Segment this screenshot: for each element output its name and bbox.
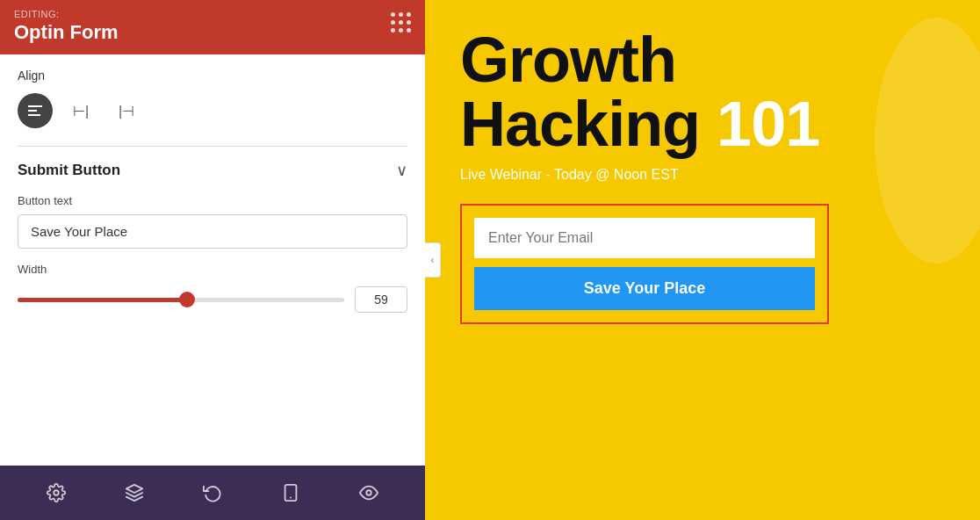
svg-marker-4 bbox=[126, 485, 142, 493]
panel-header-left: EDITING: Optin Form bbox=[14, 9, 119, 44]
svg-rect-1 bbox=[28, 110, 37, 112]
heading-line2: Hacking 101 bbox=[460, 91, 945, 158]
submit-button[interactable]: Save Your Place bbox=[474, 267, 815, 310]
button-text-input[interactable] bbox=[18, 214, 407, 249]
svg-rect-0 bbox=[28, 105, 42, 107]
heading-hacking: Hacking bbox=[460, 89, 717, 159]
align-label: Align bbox=[18, 69, 407, 83]
button-text-label: Button text bbox=[18, 194, 407, 207]
dots-grid-icon[interactable] bbox=[391, 12, 411, 32]
align-left-icon bbox=[26, 102, 44, 119]
subheading: Live Webinar - Today @ Noon EST bbox=[460, 167, 945, 183]
slider-thumb[interactable] bbox=[179, 292, 195, 307]
heading-101: 101 bbox=[717, 89, 819, 159]
svg-rect-2 bbox=[28, 114, 40, 116]
optin-form: Save Your Place bbox=[460, 204, 829, 324]
align-right-icon: |⊣ bbox=[119, 103, 134, 119]
align-right-button[interactable]: |⊣ bbox=[109, 93, 144, 128]
left-panel: EDITING: Optin Form Align ⊢| |⊣ bbox=[0, 0, 425, 520]
panel-title: Optin Form bbox=[14, 21, 119, 44]
settings-icon[interactable] bbox=[40, 477, 72, 509]
submit-section-title: Submit Button bbox=[18, 162, 120, 179]
svg-rect-5 bbox=[285, 485, 296, 501]
svg-point-7 bbox=[366, 490, 371, 495]
slider-value-input[interactable] bbox=[355, 286, 407, 313]
width-slider-row bbox=[18, 286, 407, 313]
svg-point-3 bbox=[54, 490, 60, 495]
bottom-toolbar bbox=[0, 466, 425, 520]
panel-header: EDITING: Optin Form bbox=[0, 0, 425, 54]
mobile-icon[interactable] bbox=[275, 477, 306, 509]
editing-label: EDITING: bbox=[14, 9, 119, 19]
email-input[interactable] bbox=[474, 218, 815, 258]
align-buttons-group: ⊢| |⊣ bbox=[18, 93, 407, 128]
align-center-button[interactable]: ⊢| bbox=[63, 93, 98, 128]
collapse-panel-tab[interactable]: ‹ bbox=[425, 242, 441, 278]
align-center-icon: ⊢| bbox=[73, 103, 89, 119]
layers-icon[interactable] bbox=[119, 477, 150, 509]
eye-icon[interactable] bbox=[353, 477, 385, 509]
slider-fill bbox=[18, 298, 187, 302]
chevron-down-icon[interactable]: ∨ bbox=[396, 161, 407, 180]
slider-track bbox=[18, 298, 344, 302]
submit-section-header: Submit Button ∨ bbox=[18, 161, 407, 180]
width-label: Width bbox=[18, 263, 407, 276]
width-slider-container bbox=[18, 291, 344, 308]
panel-content: Align ⊢| |⊣ Submit Button ∨ Button text bbox=[0, 54, 425, 466]
align-left-button[interactable] bbox=[18, 93, 53, 128]
heading-line1: Growth bbox=[460, 28, 945, 91]
right-panel: Growth Hacking 101 Live Webinar - Today … bbox=[425, 0, 980, 520]
divider bbox=[18, 146, 407, 147]
history-icon[interactable] bbox=[197, 477, 228, 509]
